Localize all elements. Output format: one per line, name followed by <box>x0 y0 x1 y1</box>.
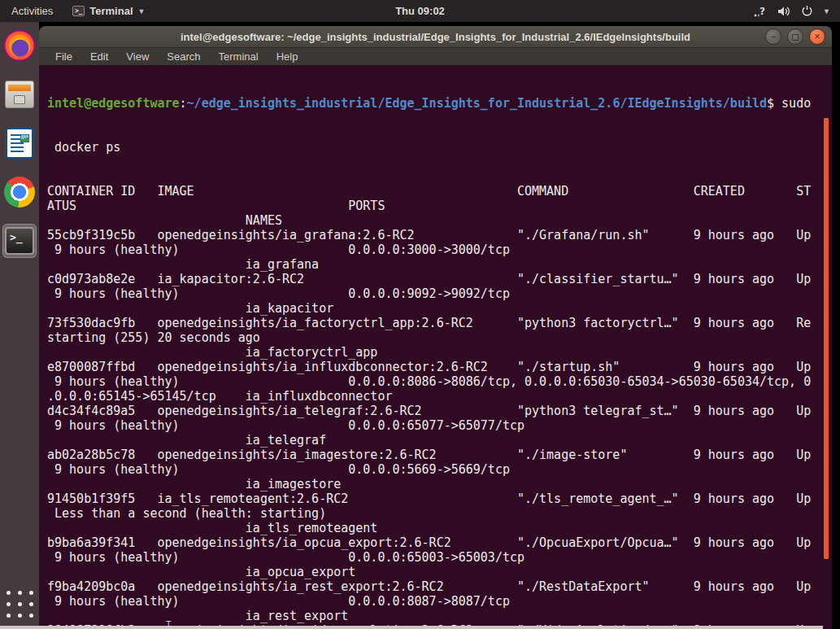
bottom-edge-strip <box>0 626 823 629</box>
terminal-line: 91450b1f39f5 ia_tls_remoteagent:2.6-RC2 … <box>47 491 832 506</box>
dock-item-file-cabinet[interactable] <box>2 77 37 111</box>
volume-icon <box>777 6 791 17</box>
terminal-line: ia_telegraf <box>47 433 832 448</box>
terminal-line: ia_rest_export <box>47 609 832 623</box>
terminal-icon: >_ <box>5 227 34 255</box>
terminal-line: e8700087ffbd openedgeinsights/ia_influxd… <box>47 360 832 374</box>
terminal-line: 55cb9f319c5b openedgeinsights/ia_grafana… <box>47 228 832 242</box>
dock-item-libreoffice-writer[interactable] <box>2 126 37 160</box>
window-title: intel@edgesoftware: ~/edge_insights_indu… <box>181 31 690 43</box>
terminal-line: c0d973ab8e2e ia_kapacitor:2.6-RC2 "./cla… <box>47 272 832 286</box>
menu-view[interactable]: View <box>126 50 149 63</box>
network-question-icon: ? <box>753 6 768 17</box>
terminal-line: ia_imagestore <box>47 477 832 491</box>
terminal-line: ia_grafana <box>47 257 832 272</box>
chevron-down-icon: ▼ <box>138 7 146 15</box>
terminal-line: NAMES <box>47 213 832 228</box>
terminal-line: 9 hours (healthy) 0.0.0.0:65077->65077/t… <box>47 418 832 433</box>
terminal-line: b9ba6a39f341 openedgeinsights/ia_opcua_e… <box>47 535 832 550</box>
terminal-line: ia_factoryctrl_app <box>47 345 832 360</box>
prompt-path: ~/edge_insights_industrial/Edge_Insights… <box>187 96 767 111</box>
power-icon <box>801 5 813 17</box>
terminal-line: Less than a second (health: starting) <box>47 506 832 521</box>
terminal-mini-icon: >_ <box>72 6 85 16</box>
dock-item-chrome[interactable] <box>2 175 37 209</box>
text-cursor: ⌶ <box>166 618 172 629</box>
terminal-line: 9 hours (healthy) 0.0.0.0:5669->5669/tcp <box>47 462 832 477</box>
show-applications-button[interactable] <box>7 591 33 618</box>
terminal-line: ATUS PORTS <box>47 199 832 213</box>
app-menu-terminal[interactable]: >_ Terminal ▼ <box>64 0 153 22</box>
system-tray[interactable]: ? ▼ <box>753 5 840 17</box>
desktop-right-edge <box>832 22 840 629</box>
menu-edit[interactable]: Edit <box>90 50 108 63</box>
terminal-line: 9 hours (healthy) 0.0.0.0:65003->65003/t… <box>47 550 832 565</box>
docker-ps-output: CONTAINER ID IMAGE COMMAND CREATED STATU… <box>47 184 832 629</box>
menu-search[interactable]: Search <box>167 50 200 63</box>
terminal-line: 9 hours (healthy) 0.0.0.0:8087->8087/tcp <box>47 594 832 609</box>
prompt-user-host: intel@edgesoftware <box>47 96 180 111</box>
terminal-line: 73f530dac9fb openedgeinsights/ia_factory… <box>47 316 832 330</box>
command-text: sudo <box>774 96 811 111</box>
window-controls: − ◻ × <box>765 28 825 45</box>
terminal-line: .0.0.0:65145->65145/tcp ia_influxdbconne… <box>47 389 832 404</box>
scrollbar-thumb[interactable] <box>824 118 829 559</box>
dock-item-terminal[interactable]: >_ <box>2 224 37 258</box>
activities-button[interactable]: Activities <box>0 0 64 22</box>
top-bar: Activities >_ Terminal ▼ Thu 09:02 ? ▼ <box>0 0 840 22</box>
app-menu-label: Terminal <box>89 5 133 17</box>
terminal-line: d4c34f4c89a5 openedgeinsights/ia_telegra… <box>47 404 832 418</box>
maximize-button[interactable]: ◻ <box>787 28 803 45</box>
menu-file[interactable]: File <box>55 50 72 63</box>
terminal-line: ia_opcua_export <box>47 565 832 579</box>
terminal-window: intel@edgesoftware: ~/edge_insights_indu… <box>39 26 832 629</box>
terminal-line: f9ba4209bc0a openedgeinsights/ia_rest_ex… <box>47 579 832 594</box>
terminal-line: starting (255) 20 seconds ago <box>47 330 832 345</box>
minimize-button[interactable]: − <box>765 28 781 45</box>
chrome-icon <box>4 177 35 207</box>
terminal-output[interactable]: intel@edgesoftware:~/edge_insights_indus… <box>39 65 832 629</box>
terminal-line: 9 hours (healthy) 0.0.0.0:9092->9092/tcp <box>47 286 832 301</box>
firefox-icon <box>4 30 35 61</box>
svg-text:?: ? <box>759 6 765 17</box>
terminal-line: ia_kapacitor <box>47 301 832 316</box>
terminal-line: CONTAINER ID IMAGE COMMAND CREATED ST <box>47 184 832 199</box>
libreoffice-writer-icon <box>6 128 33 159</box>
command-continuation-line: docker ps <box>47 140 832 155</box>
dock: >_ <box>0 22 39 629</box>
menu-bar: File Edit View Search Terminal Help <box>39 48 832 65</box>
close-button[interactable]: × <box>809 28 825 45</box>
file-cabinet-icon <box>5 81 34 108</box>
title-bar[interactable]: intel@edgesoftware: ~/edge_insights_indu… <box>39 26 832 48</box>
terminal-line: ab02a28b5c78 openedgeinsights/ia_imagest… <box>47 448 832 462</box>
terminal-line: 9 hours (healthy) 0.0.0.0:8086->8086/tcp… <box>47 374 832 389</box>
terminal-line: 9 hours (healthy) 0.0.0.0:3000->3000/tcp <box>47 242 832 257</box>
prompt-line: intel@edgesoftware:~/edge_insights_indus… <box>47 96 832 111</box>
dock-item-firefox[interactable] <box>2 28 37 63</box>
menu-help[interactable]: Help <box>276 50 298 63</box>
chevron-down-icon: ▼ <box>823 7 830 15</box>
terminal-line: ia_tls_remoteagent <box>47 521 832 535</box>
desktop: Activities >_ Terminal ▼ Thu 09:02 ? ▼ <box>0 0 840 629</box>
menu-terminal[interactable]: Terminal <box>219 50 259 63</box>
